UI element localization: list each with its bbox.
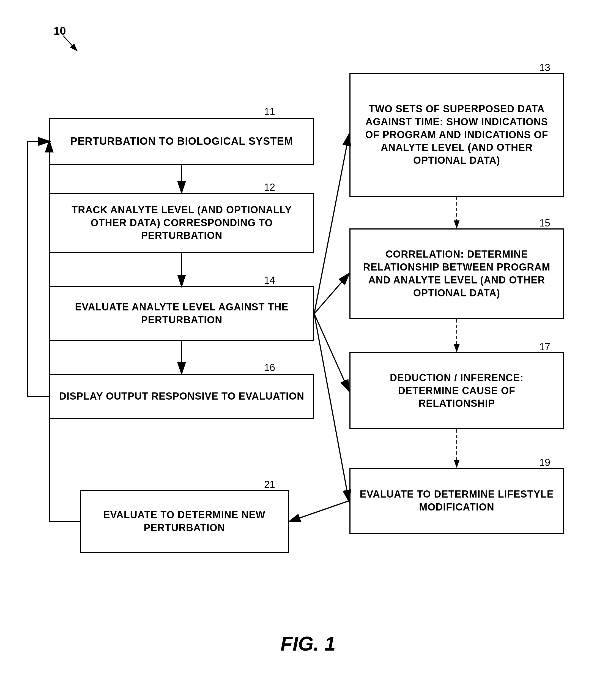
- box-19: EVALUATE TO DETERMINE LIFESTYLE MODIFICA…: [349, 468, 564, 534]
- label-21: 21: [264, 479, 275, 490]
- label-15: 15: [539, 217, 550, 229]
- svg-line-6: [314, 135, 349, 314]
- svg-line-7: [314, 274, 349, 314]
- label-11: 11: [264, 106, 275, 117]
- diagram-container: 10 PERTURBATION TO BIOLOGICAL SYSTEM 11 …: [0, 0, 616, 688]
- label-16: 16: [264, 362, 275, 373]
- box-11: PERTURBATION TO BIOLOGICAL SYSTEM: [49, 118, 314, 165]
- svg-line-8: [314, 314, 349, 391]
- box-13: TWO SETS OF SUPERPOSED DATA AGAINST TIME…: [349, 73, 564, 197]
- box-15: CORRELATION: DETERMINE RELATIONSHIP BETW…: [349, 229, 564, 319]
- box-21: EVALUATE TO DETERMINE NEW PERTURBATION: [80, 490, 289, 553]
- fig-label: FIG. 1: [0, 632, 616, 655]
- box-17: DEDUCTION / INFERENCE: DETERMINE CAUSE O…: [349, 352, 564, 429]
- svg-line-13: [289, 501, 349, 521]
- diagram-ref: 10: [54, 25, 66, 37]
- label-19: 19: [539, 457, 550, 468]
- svg-line-9: [314, 314, 349, 501]
- label-13: 13: [539, 62, 550, 73]
- label-14: 14: [264, 275, 275, 286]
- svg-line-2: [63, 36, 77, 51]
- label-17: 17: [539, 341, 550, 353]
- box-12: TRACK ANALYTE LEVEL (AND OPTIONALLY OTHE…: [49, 193, 314, 253]
- box-14: EVALUATE ANALYTE LEVEL AGAINST THE PERTU…: [49, 286, 314, 341]
- label-12: 12: [264, 181, 275, 193]
- box-16: DISPLAY OUTPUT RESPONSIVE TO EVALUATION: [49, 374, 314, 419]
